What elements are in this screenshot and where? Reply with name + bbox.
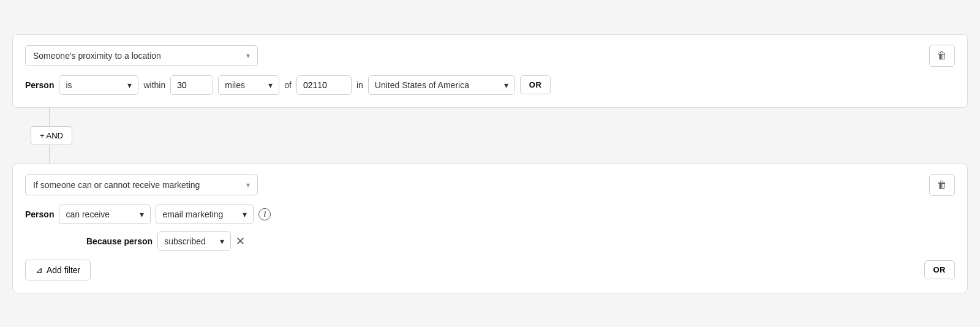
email-marketing-chevron-icon: ▾ — [243, 209, 247, 219]
info-icon[interactable]: i — [258, 208, 271, 220]
subscribed-dropdown[interactable]: subscribed ▾ — [157, 231, 231, 251]
can-receive-chevron-icon: ▾ — [140, 209, 144, 219]
within-label-1: within — [143, 80, 165, 90]
miles-value-1: miles — [225, 80, 245, 90]
person-label-2: Person — [25, 209, 54, 219]
condition-type-dropdown-2[interactable]: If someone can or cannot receive marketi… — [25, 175, 258, 195]
condition-row-1: Person is ▾ within miles ▾ of in United … — [25, 75, 955, 95]
because-label: Because person — [86, 236, 153, 246]
chevron-icon-1: ▾ — [246, 51, 250, 60]
is-value-1: is — [66, 80, 72, 90]
vertical-line-top — [49, 108, 50, 126]
of-label-1: of — [284, 80, 292, 90]
trash-icon-2: 🗑 — [937, 179, 947, 190]
condition-row-2: Person can receive ▾ email marketing ▾ i — [25, 205, 955, 224]
condition-block-2: If someone can or cannot receive marketi… — [12, 164, 968, 293]
subscribed-value: subscribed — [164, 236, 206, 246]
add-filter-label: Add filter — [47, 265, 80, 275]
miles-chevron-icon: ▾ — [268, 80, 273, 90]
because-row: Because person subscribed ▾ ✕ — [25, 231, 955, 251]
is-dropdown-1[interactable]: is ▾ — [59, 75, 138, 95]
country-value-1: United States of America — [375, 80, 469, 90]
condition-block-1: Someone's proximity to a location ▾ 🗑 Pe… — [12, 34, 968, 108]
country-chevron-icon: ▾ — [504, 80, 508, 90]
delete-button-2[interactable]: 🗑 — [929, 174, 955, 196]
email-marketing-dropdown[interactable]: email marketing ▾ — [156, 205, 254, 224]
can-receive-value: can receive — [66, 209, 110, 219]
bottom-row-2: ⊿ Add filter OR — [25, 260, 955, 280]
email-marketing-value: email marketing — [162, 209, 223, 219]
add-filter-button[interactable]: ⊿ Add filter — [25, 260, 91, 280]
miles-dropdown-1[interactable]: miles ▾ — [218, 75, 279, 95]
condition-type-label-2: If someone can or cannot receive marketi… — [33, 180, 200, 190]
condition-header-1: Someone's proximity to a location ▾ 🗑 — [25, 45, 955, 67]
vertical-line-bottom — [49, 145, 50, 164]
trash-icon-1: 🗑 — [937, 50, 947, 61]
condition-header-left-1: Someone's proximity to a location ▾ — [25, 45, 258, 66]
distance-input-1[interactable] — [170, 75, 213, 95]
in-label-1: in — [356, 80, 363, 90]
zip-input-1[interactable] — [296, 75, 352, 95]
condition-header-2: If someone can or cannot receive marketi… — [25, 174, 955, 196]
close-icon[interactable]: ✕ — [236, 236, 245, 247]
condition-type-dropdown-1[interactable]: Someone's proximity to a location ▾ — [25, 45, 258, 66]
is-chevron-icon: ▾ — [127, 80, 132, 90]
delete-button-1[interactable]: 🗑 — [929, 45, 955, 67]
funnel-icon: ⊿ — [36, 265, 43, 275]
and-button[interactable]: + AND — [31, 126, 72, 145]
and-connector-area: + AND — [12, 108, 968, 164]
or-button-2[interactable]: OR — [924, 260, 956, 279]
chevron-icon-2: ▾ — [246, 181, 250, 189]
person-label-1: Person — [25, 80, 54, 90]
can-receive-dropdown[interactable]: can receive ▾ — [59, 205, 151, 224]
or-button-1[interactable]: OR — [520, 75, 551, 94]
subscribed-chevron-icon: ▾ — [220, 236, 224, 246]
country-dropdown-1[interactable]: United States of America ▾ — [368, 75, 515, 95]
condition-type-label-1: Someone's proximity to a location — [33, 51, 161, 61]
condition-header-left-2: If someone can or cannot receive marketi… — [25, 175, 258, 195]
